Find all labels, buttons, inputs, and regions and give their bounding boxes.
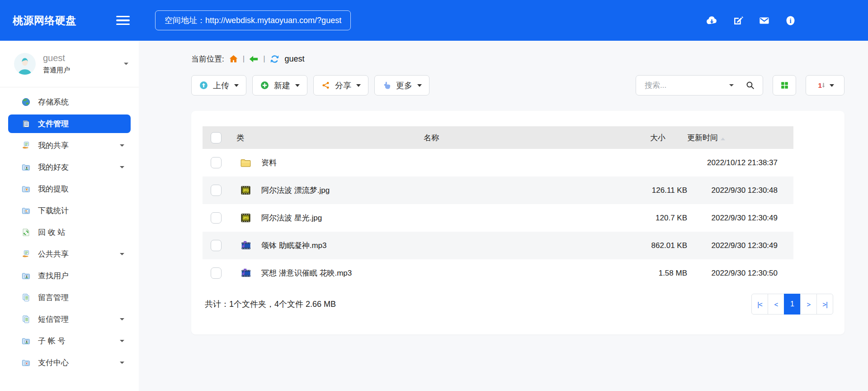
grid-view-button[interactable] (773, 75, 796, 95)
sidebar-item-sub-accounts[interactable]: 子 帐 号 (8, 332, 131, 350)
sidebar-item-find-users[interactable]: 查找用户 (8, 267, 131, 285)
pagination-first[interactable]: |< (751, 294, 768, 315)
mp3-file-icon (240, 239, 252, 252)
avatar (14, 52, 36, 75)
search-icon[interactable] (745, 81, 755, 90)
user-card[interactable]: guest 普通用户 (0, 41, 139, 85)
home-icon[interactable] (228, 54, 239, 64)
sidebar-item-message-manager[interactable]: 留言管理 (8, 288, 131, 307)
file-type-cell: JPG (230, 212, 261, 224)
file-row[interactable]: 资料2022/10/12 21:38:37 (203, 149, 793, 176)
file-size: 1.58 MB (601, 269, 687, 278)
file-updated: 2022/9/30 12:30:50 (687, 269, 793, 278)
chevron-down-icon (295, 84, 300, 87)
column-header-label: 更新时间 (687, 134, 718, 142)
globe-icon (21, 97, 31, 107)
breadcrumb-current-folder[interactable]: guest (285, 54, 305, 64)
info-icon[interactable]: i (784, 14, 797, 27)
doc-green-icon (21, 315, 31, 324)
space-address-box[interactable]: 空间地址： http://webdisk.mytaoyuan.com/?gues… (155, 10, 351, 30)
search-type-caret-icon[interactable] (729, 84, 734, 86)
search-input[interactable] (644, 81, 728, 91)
file-row[interactable]: JPG阿尔法波 漂流梦.jpg126.11 KB2022/9/30 12:30:… (203, 176, 793, 204)
file-updated: 2022/10/12 21:38:37 (687, 158, 793, 167)
file-name[interactable]: 冥想 潜意识催眠 花映.mp3 (261, 268, 601, 278)
column-header-size[interactable]: 大小 (601, 133, 687, 143)
breadcrumb-label: 当前位置: (191, 54, 224, 64)
sidebar-item-recycle-bin[interactable]: 回 收 站 (8, 223, 131, 242)
column-header-name[interactable]: 名称 (261, 133, 601, 143)
sidebar-item-label: 支付中心 (38, 358, 69, 368)
file-name[interactable]: 阿尔法波 漂流梦.jpg (261, 185, 601, 196)
chevron-down-icon (120, 253, 124, 255)
chevron-down-icon (356, 84, 361, 87)
file-row[interactable]: JPG阿尔法波 星光.jpg120.7 KB2022/9/30 12:30:49 (203, 204, 793, 232)
pagination-last[interactable]: >| (816, 294, 833, 315)
svg-text:1: 1 (818, 81, 822, 89)
topbar-icon-group: i (706, 14, 797, 27)
file-updated: 2022/9/30 12:30:48 (687, 186, 793, 195)
folder-stats-icon (21, 206, 31, 215)
button-label: 分享 (335, 80, 351, 91)
row-checkbox[interactable] (211, 157, 222, 168)
sidebar-item-my-shares[interactable]: 我的共享 (8, 136, 131, 155)
user-dropdown-caret-icon[interactable] (124, 62, 128, 65)
file-type-cell (230, 157, 261, 169)
pagination-prev[interactable]: < (768, 294, 784, 315)
recycle-icon (21, 228, 31, 237)
sidebar-item-label: 留言管理 (38, 292, 69, 303)
column-header-updated[interactable]: 更新时间 (687, 133, 793, 143)
sidebar-item-storage-system[interactable]: 存储系统 (8, 93, 131, 111)
user-texts: guest 普通用户 (43, 53, 70, 75)
row-checkbox[interactable] (211, 212, 222, 224)
pagination-next[interactable]: > (800, 294, 817, 315)
sidebar-item-payment-center[interactable]: ¥支付中心 (8, 353, 131, 372)
cloud-download-icon[interactable] (706, 14, 718, 27)
upload-button[interactable]: 上传 (191, 75, 246, 95)
space-address-url: http://webdisk.mytaoyuan.com/?guest (205, 16, 341, 25)
sidebar-item-label: 下载统计 (38, 205, 69, 216)
chevron-down-icon (417, 84, 422, 87)
column-header-label: 名称 (424, 134, 439, 142)
pagination-page-1[interactable]: 1 (784, 294, 801, 315)
view-controls: 1 (636, 75, 844, 95)
sidebar-menu: 存储系统文件管理我的共享我的好友我的提取下载统计回 收 站公共共享查找用户留言管… (0, 93, 139, 372)
hamburger-menu-button[interactable] (116, 14, 130, 27)
app-title: 桃源网络硬盘 (13, 14, 76, 28)
table-header-row: 类名称大小更新时间 (203, 126, 793, 149)
back-arrow-icon[interactable] (249, 54, 259, 64)
row-checkbox[interactable] (211, 240, 222, 251)
jpg-file-icon: JPG (240, 184, 252, 196)
svg-text:JPG: JPG (242, 216, 249, 219)
sidebar-item-download-stats[interactable]: 下载统计 (8, 201, 131, 220)
sidebar-item-my-friends[interactable]: 我的好友 (8, 158, 131, 176)
refresh-icon[interactable] (269, 54, 280, 64)
column-header-type[interactable]: 类 (230, 133, 261, 143)
sidebar-item-sms-manager[interactable]: 短信管理 (8, 310, 131, 329)
sort-dropdown-caret-icon (830, 84, 834, 87)
grid-view-icon (780, 81, 789, 90)
sidebar-item-public-shares[interactable]: 公共共享 (8, 245, 131, 263)
sidebar-item-label: 短信管理 (38, 314, 69, 324)
row-checkbox[interactable] (211, 267, 222, 279)
mail-icon[interactable] (758, 14, 770, 27)
file-row[interactable]: 颂钵 助眠凝神.mp3862.01 KB2022/9/30 12:30:49 (203, 232, 793, 259)
row-checkbox[interactable] (211, 185, 222, 196)
search-box (636, 75, 763, 95)
sidebar-item-file-manager[interactable]: 文件管理 (8, 114, 131, 133)
sidebar-item-my-extract[interactable]: 我的提取 (8, 180, 131, 198)
breadcrumb-separator: | (243, 54, 245, 63)
sort-order-button[interactable]: 1 (806, 75, 844, 95)
compose-icon[interactable] (732, 14, 744, 27)
table-body: 资料2022/10/12 21:38:37JPG阿尔法波 漂流梦.jpg126.… (203, 149, 793, 287)
more-button[interactable]: 更多 (374, 75, 429, 95)
actions-row: 上传新建分享更多 1 (191, 75, 844, 95)
file-name[interactable]: 资料 (261, 157, 601, 168)
select-all-checkbox[interactable] (211, 132, 222, 143)
chevron-down-icon (120, 340, 124, 342)
file-row[interactable]: 冥想 潜意识催眠 花映.mp31.58 MB2022/9/30 12:30:50 (203, 259, 793, 287)
share-button[interactable]: 分享 (313, 75, 368, 95)
file-name[interactable]: 颂钵 助眠凝神.mp3 (261, 240, 601, 251)
file-name[interactable]: 阿尔法波 星光.jpg (261, 213, 601, 223)
new-button[interactable]: 新建 (252, 75, 307, 95)
